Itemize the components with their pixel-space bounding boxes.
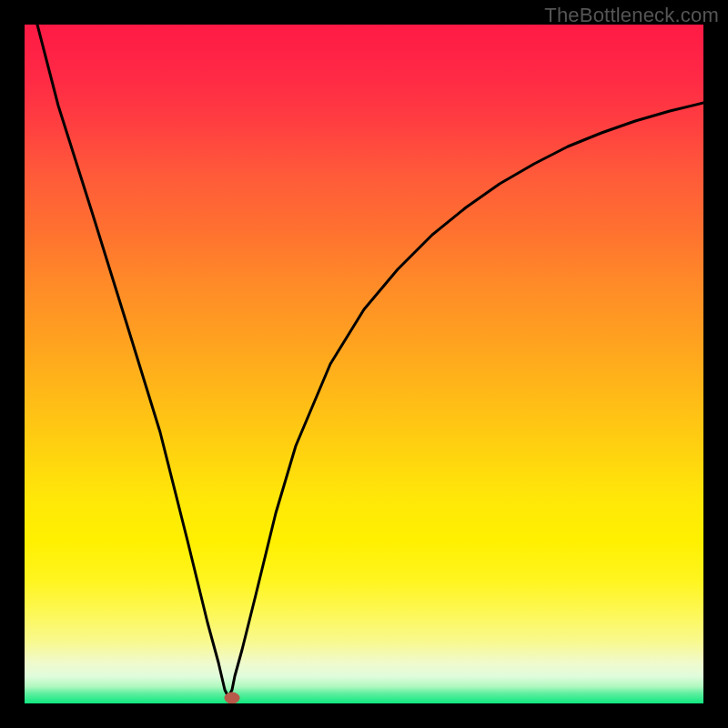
watermark-text: TheBottleneck.com	[544, 4, 719, 27]
bottleneck-curve-path	[37, 25, 703, 697]
chart-plot-area	[25, 25, 703, 703]
optimal-point-marker	[225, 693, 240, 704]
chart-curve-svg	[25, 25, 703, 703]
